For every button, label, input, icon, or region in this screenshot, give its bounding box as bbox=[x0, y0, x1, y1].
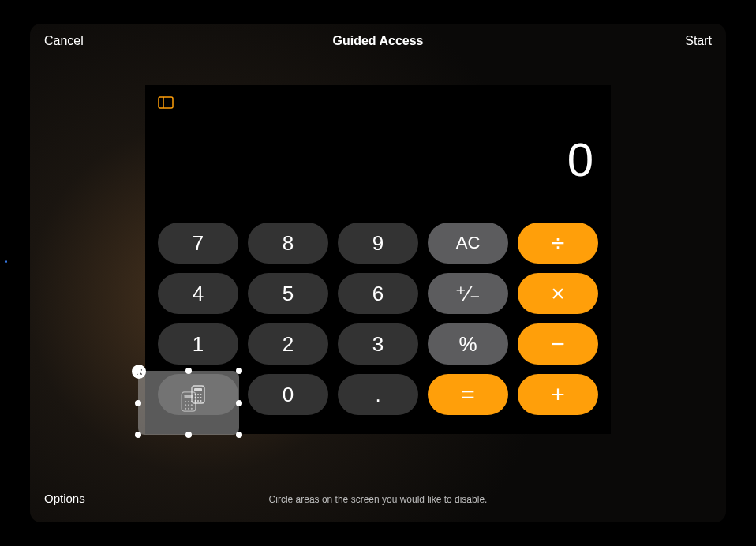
key-9[interactable]: 9 bbox=[338, 223, 418, 264]
key-plus[interactable]: + bbox=[518, 374, 598, 415]
key-4[interactable]: 4 bbox=[158, 273, 238, 314]
key-equals[interactable]: = bbox=[428, 374, 508, 415]
key-1[interactable]: 1 bbox=[158, 323, 238, 365]
key-plus-minus[interactable]: ⁺∕₋ bbox=[428, 273, 508, 314]
resize-handle[interactable] bbox=[236, 400, 242, 406]
resize-handle[interactable] bbox=[135, 400, 141, 406]
key-divide[interactable]: ÷ bbox=[518, 223, 598, 264]
resize-handle[interactable] bbox=[135, 432, 141, 438]
svg-point-22 bbox=[191, 404, 193, 406]
svg-point-21 bbox=[188, 404, 189, 406]
resize-handle[interactable] bbox=[185, 368, 192, 374]
svg-point-18 bbox=[188, 400, 189, 402]
sidebar-toggle-icon[interactable] bbox=[158, 96, 174, 109]
key-multiply[interactable]: × bbox=[518, 273, 598, 314]
key-decimal[interactable]: . bbox=[338, 374, 418, 415]
svg-point-24 bbox=[188, 407, 189, 409]
resize-handle[interactable] bbox=[236, 432, 242, 438]
resize-handle[interactable] bbox=[236, 368, 242, 374]
key-7[interactable]: 7 bbox=[158, 223, 238, 264]
svg-rect-16 bbox=[185, 395, 193, 398]
key-0[interactable]: 0 bbox=[248, 374, 328, 415]
ipad-frame: Cancel Guided Access Start 0 7 8 9 AC ÷ … bbox=[0, 0, 756, 546]
svg-rect-0 bbox=[159, 97, 173, 108]
key-2[interactable]: 2 bbox=[248, 323, 328, 365]
disabled-area-selection[interactable] bbox=[138, 371, 239, 435]
key-5[interactable]: 5 bbox=[248, 273, 328, 314]
svg-point-17 bbox=[185, 400, 186, 402]
key-3[interactable]: 3 bbox=[338, 323, 418, 365]
page-title: Guided Access bbox=[332, 34, 423, 48]
key-percent[interactable]: % bbox=[428, 323, 508, 365]
resize-handle[interactable] bbox=[135, 368, 141, 374]
key-8[interactable]: 8 bbox=[248, 223, 328, 264]
instruction-text: Circle areas on the screen you would lik… bbox=[44, 494, 712, 505]
screen: Cancel Guided Access Start 0 7 8 9 AC ÷ … bbox=[30, 24, 726, 522]
calculator-display: 0 bbox=[567, 133, 593, 187]
key-minus[interactable]: − bbox=[518, 323, 598, 365]
calculator-icon bbox=[180, 391, 197, 415]
key-ac[interactable]: AC bbox=[428, 223, 508, 264]
side-indicator-dot bbox=[5, 260, 7, 263]
svg-point-19 bbox=[191, 400, 193, 402]
cancel-button[interactable]: Cancel bbox=[44, 34, 84, 48]
resize-handle[interactable] bbox=[185, 432, 192, 438]
svg-point-23 bbox=[185, 407, 186, 409]
footer-bar: Options Circle areas on the screen you w… bbox=[30, 494, 726, 505]
navigation-bar: Cancel Guided Access Start bbox=[30, 24, 726, 58]
key-6[interactable]: 6 bbox=[338, 273, 418, 314]
svg-point-20 bbox=[185, 404, 186, 406]
svg-point-25 bbox=[191, 407, 193, 409]
options-button[interactable]: Options bbox=[44, 492, 85, 505]
app-preview-calculator[interactable]: 0 7 8 9 AC ÷ 4 5 6 ⁺∕₋ × 1 2 3 % − bbox=[145, 85, 611, 434]
start-button[interactable]: Start bbox=[685, 34, 712, 48]
